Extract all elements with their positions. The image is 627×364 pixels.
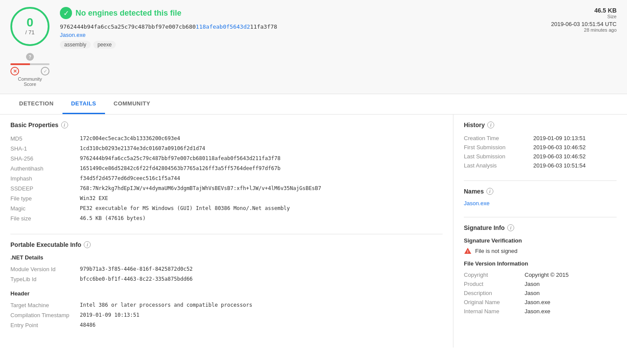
authentihash-label: Authentihash bbox=[10, 164, 80, 174]
file-ago: 28 minutes ago bbox=[551, 27, 617, 33]
table-row: Compilation Timestamp 2019-01-09 10:13:5… bbox=[10, 310, 443, 320]
imphash-val[interactable]: f34d5f2d4577ed6d9ceec516c1f5a744 bbox=[80, 174, 443, 184]
basic-properties-info-icon[interactable]: i bbox=[61, 121, 68, 128]
last-submission-val: 2019-06-03 10:46:52 bbox=[533, 152, 617, 161]
sig-not-signed-text: File is not signed bbox=[475, 248, 518, 254]
table-row: Last Analysis 2019-06-03 10:51:54 bbox=[464, 161, 617, 170]
names-title: Names i bbox=[464, 188, 617, 195]
original-name-val: Jason.exe bbox=[525, 298, 617, 307]
table-row: File type Win32 EXE bbox=[10, 193, 443, 203]
product-val: Jason bbox=[525, 279, 617, 289]
file-name[interactable]: Jason.exe bbox=[60, 32, 541, 38]
net-details-table: Module Version Id 979b71a3-3f85-446e-816… bbox=[10, 264, 443, 284]
sha1-label: SHA-1 bbox=[10, 144, 80, 154]
table-row: Original Name Jason.exe bbox=[464, 298, 617, 307]
sig-verification-row: ! File is not signed bbox=[464, 247, 617, 254]
history-section: History i Creation Time 2019-01-09 10:13… bbox=[464, 121, 617, 170]
sha1-val[interactable]: 1cd310cb0293e21374e3dc01607a09106f2d1d74 bbox=[80, 144, 443, 154]
names-file-link[interactable]: Jason.exe bbox=[464, 200, 617, 207]
first-submission-val: 2019-06-03 10:46:52 bbox=[533, 143, 617, 152]
signature-info-icon[interactable]: i bbox=[507, 224, 514, 231]
description-label: Description bbox=[464, 289, 525, 298]
module-version-val[interactable]: 979b71a3-3f85-446e-816f-8425872d0c52 bbox=[80, 264, 443, 274]
md5-val[interactable]: 172c004ec5ecac3c4b13336200c693e4 bbox=[80, 134, 443, 144]
internal-name-label: Internal Name bbox=[464, 307, 525, 316]
table-row: Magic PE32 executable for MS Windows (GU… bbox=[10, 203, 443, 213]
first-submission-label: First Submission bbox=[464, 143, 533, 152]
target-machine-val: Intel 386 or later processors and compat… bbox=[80, 300, 443, 310]
table-row: SHA-1 1cd310cb0293e21374e3dc01607a09106f… bbox=[10, 144, 443, 154]
table-row: SSDEEP 768:7Nrk2kg7hdEpIJW/v+4dymaUM6v3d… bbox=[10, 184, 443, 193]
community-score-area: ? ✕ ✓ CommunityScore bbox=[10, 53, 49, 87]
last-analysis-val: 2019-06-03 10:51:54 bbox=[533, 161, 617, 170]
module-version-label: Module Version Id bbox=[10, 264, 80, 274]
no-engines-text: No engines detected this file bbox=[76, 9, 181, 18]
imphash-label: Imphash bbox=[10, 174, 80, 184]
signature-info-title: Signature Info i bbox=[464, 224, 617, 231]
internal-name-val: Jason.exe bbox=[525, 307, 617, 316]
left-panel: Basic Properties i MD5 172c004ec5ecac3c4… bbox=[0, 115, 453, 348]
history-table: Creation Time 2019-01-09 10:13:51 First … bbox=[464, 134, 617, 170]
tag-peexe[interactable]: peexe bbox=[93, 41, 116, 49]
header-title: Header bbox=[10, 290, 443, 297]
community-x-icon: ✕ bbox=[10, 67, 19, 75]
table-row: Imphash f34d5f2d4577ed6d9ceec516c1f5a744 bbox=[10, 174, 443, 184]
score-number: 0 bbox=[26, 16, 33, 29]
table-row: TypeLib Id bfcc6be0-bf1f-4463-8c22-335a8… bbox=[10, 274, 443, 284]
table-row: Internal Name Jason.exe bbox=[464, 307, 617, 316]
filesize-label: File size bbox=[10, 213, 80, 223]
basic-properties-section: Basic Properties i MD5 172c004ec5ecac3c4… bbox=[10, 121, 443, 223]
portable-exe-title: Portable Executable Info i bbox=[10, 241, 443, 248]
original-name-label: Original Name bbox=[464, 298, 525, 307]
last-submission-label: Last Submission bbox=[464, 152, 533, 161]
score-circle: 0 / 71 bbox=[10, 7, 49, 46]
header-table: Target Machine Intel 386 or later proces… bbox=[10, 300, 443, 330]
version-table: Copyright Copyright © 2015 Product Jason… bbox=[464, 270, 617, 316]
creation-time-val: 2019-01-09 10:13:51 bbox=[533, 134, 617, 143]
community-bar bbox=[10, 63, 49, 65]
table-row: Entry Point 48486 bbox=[10, 320, 443, 330]
file-size-label: Size bbox=[551, 14, 617, 19]
community-score-label: CommunityScore bbox=[18, 76, 42, 87]
community-icons: ✕ ✓ bbox=[10, 67, 49, 75]
community-bar-left bbox=[10, 63, 30, 65]
magic-label: Magic bbox=[10, 203, 80, 213]
names-info-icon[interactable]: i bbox=[486, 188, 493, 195]
names-section: Names i Jason.exe bbox=[464, 188, 617, 207]
score-section: 0 / 71 ? ✕ ✓ CommunityScore bbox=[10, 7, 49, 87]
filetype-label: File type bbox=[10, 193, 80, 203]
tab-community[interactable]: COMMUNITY bbox=[105, 94, 159, 114]
history-info-icon[interactable]: i bbox=[487, 121, 494, 128]
main-content: Basic Properties i MD5 172c004ec5ecac3c4… bbox=[0, 115, 627, 348]
compilation-ts-label: Compilation Timestamp bbox=[10, 310, 80, 320]
table-row: Target Machine Intel 386 or later proces… bbox=[10, 300, 443, 310]
check-circle-icon: ✓ bbox=[60, 7, 72, 19]
portable-exe-info-icon[interactable]: i bbox=[84, 241, 91, 248]
filetype-val: Win32 EXE bbox=[80, 193, 443, 203]
basic-properties-title: Basic Properties i bbox=[10, 121, 443, 128]
copyright-val: Copyright © 2015 bbox=[525, 270, 617, 279]
entry-point-val: 48486 bbox=[80, 320, 443, 330]
compilation-ts-val: 2019-01-09 10:13:51 bbox=[80, 310, 443, 320]
score-denom: / 71 bbox=[25, 29, 35, 36]
svg-text:!: ! bbox=[467, 249, 469, 254]
table-row: Description Jason bbox=[464, 289, 617, 298]
file-date: 2019-06-03 10:51:54 UTC bbox=[551, 21, 617, 27]
sha256-val[interactable]: 9762444b94fa6cc5a25c79c487bbf97e007cb680… bbox=[80, 154, 443, 164]
table-row: Authentihash 1651490ce86d52842c6f22fd428… bbox=[10, 164, 443, 174]
file-hash-prefix: 9762444b94fa6cc5a25c79c487bbf97e007cb680 bbox=[60, 23, 196, 30]
file-hash-suffix: 11fa3f78 bbox=[250, 23, 277, 30]
version-info-title: File Version Information bbox=[464, 260, 617, 267]
warning-triangle-icon: ! bbox=[464, 247, 472, 254]
typelib-val[interactable]: bfcc6be0-bf1f-4463-8c22-335a875bdd66 bbox=[80, 274, 443, 284]
target-machine-label: Target Machine bbox=[10, 300, 80, 310]
tag-assembly[interactable]: assembly bbox=[60, 41, 91, 49]
table-row: Product Jason bbox=[464, 279, 617, 289]
basic-properties-table: MD5 172c004ec5ecac3c4b13336200c693e4 SHA… bbox=[10, 134, 443, 223]
magic-val[interactable]: PE32 executable for MS Windows (GUI) Int… bbox=[80, 203, 443, 213]
tab-detection[interactable]: DETECTION bbox=[10, 94, 62, 114]
right-panel: History i Creation Time 2019-01-09 10:13… bbox=[453, 115, 627, 348]
authentihash-val[interactable]: 1651490ce86d52842c6f22fd42804563b7765a12… bbox=[80, 164, 443, 174]
table-row: SHA-256 9762444b94fa6cc5a25c79c487bbf97e… bbox=[10, 154, 443, 164]
tab-details[interactable]: DETAILS bbox=[62, 94, 105, 114]
